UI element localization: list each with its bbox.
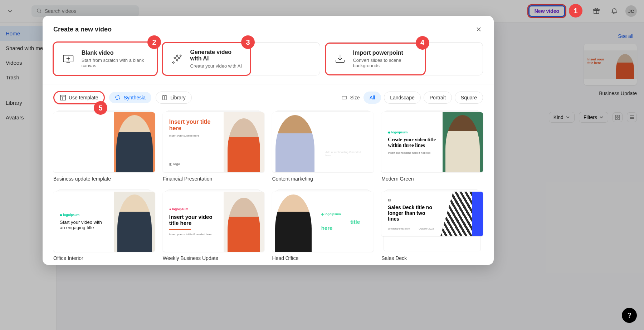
size-all[interactable]: All [364, 92, 381, 104]
svg-rect-10 [342, 96, 346, 99]
play-icon [343, 128, 349, 133]
card-title: Generate video with AI [190, 49, 243, 62]
close-button[interactable] [474, 25, 483, 34]
import-ppt-card-outer: 4 Import powerpoint Convert slides to sc… [325, 42, 483, 75]
modal-title: Create a new video [53, 26, 112, 33]
template-name: Content marketing [272, 176, 374, 182]
card-title: Blank video [82, 50, 149, 56]
template-name: Modern Green [381, 176, 483, 182]
logo-chip: ◆ logoipsum [388, 130, 436, 134]
size-label: Size [341, 95, 360, 100]
generate-ai-card[interactable]: 3 Generate video with AI Create your vid… [162, 43, 250, 75]
blank-video-icon [62, 51, 75, 67]
card-subtitle: Create your video with AI [190, 63, 243, 69]
card-subtitle: Convert slides to scene backgrounds [353, 58, 417, 68]
template-grid: ◧ logoipsum Enter your video engaging vi… [43, 108, 494, 265]
aspect-icon [341, 95, 347, 100]
template-name: Office Interior [53, 255, 155, 261]
svg-rect-8 [60, 95, 65, 100]
svg-point-9 [116, 95, 120, 100]
template-title-text: Start your video with an engaging title [60, 220, 102, 230]
template-title-text: Insert your video title here [169, 214, 217, 226]
annotation-badge-5: 5 [94, 101, 107, 115]
logo-chip: ● logoipsum [169, 207, 217, 211]
help-button[interactable]: ? [622, 308, 637, 323]
template-name: Head Office [272, 255, 374, 261]
annotation-badge-3: 3 [241, 35, 255, 49]
card-subtitle: Start from scratch with a blank canvas [82, 58, 149, 68]
synthesia-icon [115, 95, 121, 100]
template-date: October 2022 [419, 227, 434, 230]
template-sub-text: Insert your subtitle if needed here [169, 233, 217, 236]
logo-chip: ◧ [388, 198, 434, 202]
template-name: Business update template [53, 176, 155, 182]
template-card[interactable]: Insert your title here Insert your subti… [163, 112, 264, 182]
template-card[interactable]: ◆ logoipsum Create your video title with… [381, 112, 483, 182]
template-icon [60, 95, 66, 100]
template-card[interactable]: Insert your video title here Add a subhe… [272, 112, 374, 182]
blank-video-card[interactable]: 2 Blank video Start from scratch with a … [53, 42, 157, 75]
library-tab[interactable]: Library [156, 92, 192, 104]
logo-chip: ◧ logo [169, 162, 217, 166]
template-name: Sales Deck [381, 255, 483, 261]
tab-label: Synthesia [123, 95, 145, 100]
template-card[interactable]: ● logoipsum Insert your video title here… [163, 192, 264, 261]
annotation-badge-4: 4 [416, 36, 429, 50]
logo-chip: ◧ logoipsum [60, 131, 108, 134]
template-card[interactable]: ◆ logoipsum Insert your title here Head … [272, 192, 374, 261]
template-card[interactable]: ◆ logoipsum Start your video with an eng… [53, 192, 155, 261]
create-video-modal: Create a new video 2 Blank video Start f… [43, 16, 494, 265]
import-powerpoint-card[interactable]: 4 Import powerpoint Convert slides to sc… [326, 43, 425, 75]
template-email: contact@email.com [388, 227, 410, 230]
template-title-text: Insert your video title here [325, 136, 367, 148]
tab-label: Use template [69, 95, 98, 100]
template-sub-text: Insert your subtitle here [169, 134, 217, 137]
template-sub-text: Add a subheading if needed here [325, 151, 367, 157]
annotation-badge-2: 2 [147, 35, 161, 49]
synthesia-tab[interactable]: Synthesia [109, 92, 151, 103]
annotation-badge-1: 1 [569, 4, 582, 18]
size-portrait[interactable]: Portrait [424, 92, 452, 104]
template-title-text: Insert your title here [321, 219, 367, 231]
template-name: Financial Presentation [163, 176, 264, 182]
template-sub-text: Insert subheadline here if needed [388, 151, 436, 154]
template-name: Weekly Business Update [163, 255, 264, 261]
size-landscape[interactable]: Landscape [384, 92, 421, 104]
template-title-text: Insert your title here [169, 119, 217, 131]
template-title-text: Enter your video engaging video title he… [60, 137, 108, 154]
generate-ai-card-outer: 3 Generate video with AI Create your vid… [162, 42, 320, 75]
template-card[interactable]: ◧ logoipsum Enter your video engaging vi… [53, 112, 155, 182]
size-square[interactable]: Square [455, 92, 483, 104]
sparkle-icon [170, 51, 184, 67]
card-title: Import powerpoint [353, 50, 417, 56]
tab-label: Library [170, 95, 186, 100]
logo-chip: ◆ logoipsum [321, 212, 367, 216]
book-icon [162, 95, 167, 100]
import-icon [333, 51, 347, 67]
template-card[interactable]: ◧ Sales Deck title no longer than two li… [381, 192, 483, 261]
template-title-text: Sales Deck title no longer than two line… [388, 205, 434, 222]
use-template-tab[interactable]: Use template 5 [53, 91, 105, 104]
template-title-text: Create your video title within three lin… [388, 137, 436, 148]
logo-chip: ◆ logoipsum [60, 213, 108, 217]
